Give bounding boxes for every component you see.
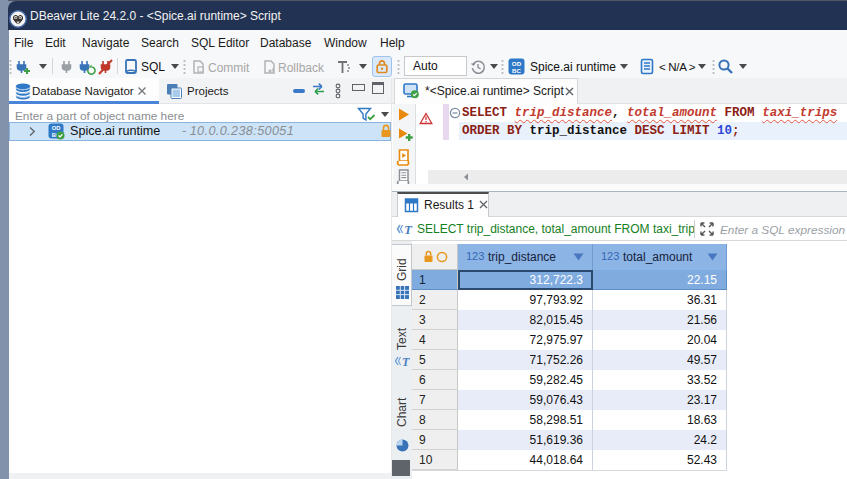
svg-text:OD: OD [512, 60, 522, 67]
svg-text:OD: OD [52, 125, 61, 131]
svg-text:BC: BC [512, 67, 521, 74]
svg-text:T: T [404, 222, 413, 237]
svg-text:T: T [402, 355, 410, 369]
